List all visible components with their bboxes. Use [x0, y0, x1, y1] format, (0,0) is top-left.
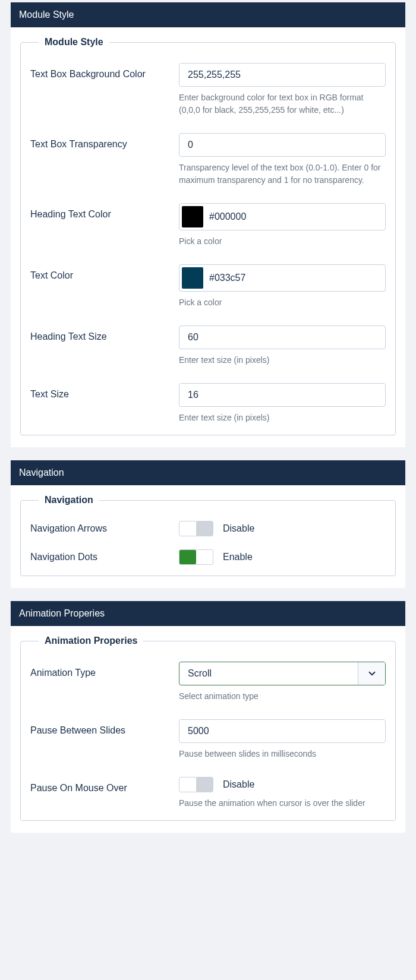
module-style-header: Module Style — [11, 2, 405, 27]
anim-type-value: Scroll — [179, 662, 358, 685]
heading-color-picker[interactable]: #000000 — [179, 203, 386, 230]
pause-hover-state: Disable — [223, 779, 254, 790]
row-nav-dots: Navigation Dots Enable — [30, 549, 386, 565]
pause-hover-help: Pause the animation when cursor is over … — [179, 797, 386, 810]
text-size-help: Enter text size (in pixels) — [179, 412, 386, 424]
nav-dots-label: Navigation Dots — [30, 552, 179, 562]
text-size-label: Text Size — [30, 383, 179, 400]
text-color-value: #033c57 — [209, 273, 245, 283]
anim-type-label: Animation Type — [30, 662, 179, 678]
row-pause: Pause Between Slides Pause between slide… — [30, 719, 386, 760]
row-text-color: Text Color #033c57 Pick a color — [30, 264, 386, 309]
text-color-help: Pick a color — [179, 296, 386, 309]
bg-color-input[interactable] — [179, 63, 386, 87]
nav-dots-state: Enable — [223, 552, 253, 562]
navigation-group: Navigation Navigation Arrows Disable Nav… — [20, 495, 396, 576]
nav-arrows-label: Navigation Arrows — [30, 523, 179, 534]
heading-color-swatch — [182, 206, 203, 227]
anim-type-help: Select animation type — [179, 690, 386, 703]
nav-arrows-toggle[interactable] — [179, 521, 213, 536]
pause-help: Pause between slides in milliseconds — [179, 748, 386, 760]
module-style-body: Module Style Text Box Background Color E… — [11, 27, 405, 447]
row-heading-size: Heading Text Size Enter text size (in pi… — [30, 325, 386, 366]
row-heading-color: Heading Text Color #000000 Pick a color — [30, 203, 386, 248]
heading-size-label: Heading Text Size — [30, 325, 179, 342]
bg-color-help: Enter background color for text box in R… — [179, 91, 386, 116]
nav-arrows-state: Disable — [223, 523, 254, 534]
pause-hover-toggle[interactable] — [179, 777, 213, 792]
anim-type-select[interactable]: Scroll — [179, 662, 386, 685]
bg-color-label: Text Box Background Color — [30, 63, 179, 80]
toggle-knob — [179, 550, 196, 564]
pause-label: Pause Between Slides — [30, 719, 179, 736]
animation-group: Animation Properies Animation Type Scrol… — [20, 636, 396, 821]
row-pause-hover: Pause On Mouse Over Disable Pause the an… — [30, 777, 386, 810]
module-style-legend: Module Style — [39, 37, 109, 48]
text-size-input[interactable] — [179, 383, 386, 407]
module-style-group: Module Style Text Box Background Color E… — [20, 37, 396, 435]
navigation-header: Navigation — [11, 460, 405, 485]
pause-input[interactable] — [179, 719, 386, 743]
heading-color-help: Pick a color — [179, 235, 386, 248]
transparency-input[interactable] — [179, 133, 386, 157]
chevron-down-icon — [367, 668, 377, 679]
module-style-panel: Module Style Module Style Text Box Backg… — [11, 2, 405, 447]
heading-size-input[interactable] — [179, 325, 386, 349]
toggle-knob — [196, 777, 213, 792]
heading-color-value: #000000 — [209, 211, 246, 222]
select-dropdown-button[interactable] — [358, 662, 385, 685]
nav-dots-toggle[interactable] — [179, 549, 213, 565]
text-color-swatch — [182, 267, 203, 289]
transparency-help: Transparency level of the text box (0.0-… — [179, 162, 386, 186]
row-nav-arrows: Navigation Arrows Disable — [30, 521, 386, 536]
heading-color-label: Heading Text Color — [30, 203, 179, 220]
navigation-panel: Navigation Navigation Navigation Arrows … — [11, 460, 405, 588]
row-transparency: Text Box Transparency Transparency level… — [30, 133, 386, 186]
row-anim-type: Animation Type Scroll Select animation t… — [30, 662, 386, 703]
row-text-size: Text Size Enter text size (in pixels) — [30, 383, 386, 424]
animation-panel: Animation Properies Animation Properies … — [11, 601, 405, 833]
toggle-knob — [196, 521, 213, 536]
animation-header: Animation Properies — [11, 601, 405, 626]
navigation-body: Navigation Navigation Arrows Disable Nav… — [11, 485, 405, 588]
text-color-picker[interactable]: #033c57 — [179, 264, 386, 292]
transparency-label: Text Box Transparency — [30, 133, 179, 150]
navigation-legend: Navigation — [39, 495, 99, 505]
text-color-label: Text Color — [30, 264, 179, 281]
heading-size-help: Enter text size (in pixels) — [179, 354, 386, 366]
pause-hover-label: Pause On Mouse Over — [30, 777, 179, 794]
row-bg-color: Text Box Background Color Enter backgrou… — [30, 63, 386, 116]
animation-body: Animation Properies Animation Type Scrol… — [11, 626, 405, 833]
animation-legend: Animation Properies — [39, 636, 143, 646]
